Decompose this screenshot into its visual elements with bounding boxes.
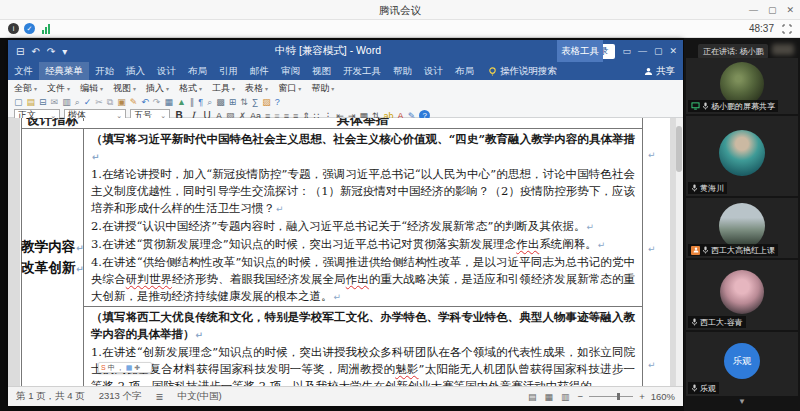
proofing-icon[interactable]: ≣	[155, 391, 163, 402]
web-layout-icon[interactable]: ▥	[559, 392, 572, 402]
restore-icon[interactable]: ▢	[654, 46, 663, 56]
columns-icon[interactable]: ∥	[190, 96, 195, 108]
undo-icon[interactable]: ↶	[141, 96, 149, 108]
tab-文件[interactable]: 文件	[47, 82, 70, 95]
tab-工具[interactable]: 工具	[212, 82, 235, 95]
ribbon-display-options-icon[interactable]: ▭	[622, 46, 631, 56]
minimize-icon[interactable]: —	[638, 46, 647, 56]
redo-icon[interactable]: ↷	[153, 96, 161, 108]
meeting-protection-icon[interactable]: ✓	[24, 23, 35, 34]
close-icon[interactable]: ✕	[669, 46, 677, 56]
zoom-slider[interactable]	[589, 396, 633, 397]
customize-quick-access-icon[interactable]: ▾	[62, 46, 67, 57]
punctuation-icon[interactable]: ，	[117, 363, 124, 372]
tab-插入[interactable]: 插入	[146, 82, 169, 95]
language-indicator[interactable]: 中文(中国)	[177, 390, 221, 403]
table-borders-icon[interactable]: ▩	[216, 96, 225, 108]
tab-开始[interactable]: 开始	[89, 62, 120, 80]
tab-布局[interactable]: 布局	[449, 62, 480, 80]
tell-me-search[interactable]: 操作说明搜索	[488, 65, 557, 78]
tab-全部[interactable]: 全部	[14, 82, 37, 95]
minimize-icon[interactable]: —	[749, 5, 758, 15]
print-layout-icon[interactable]: ▦	[543, 392, 556, 402]
row-end-mark: ↵	[648, 150, 656, 160]
tab-设计[interactable]: 设计	[151, 62, 182, 80]
tab-视图[interactable]: 视图	[113, 82, 136, 95]
page-indicator[interactable]: 第 1 页，共 4 页	[16, 390, 85, 403]
print-preview-icon[interactable]: ⌕	[75, 96, 80, 108]
keyboard-icon[interactable]: ▦	[126, 363, 133, 372]
tab-经典菜单[interactable]: 经典菜单	[39, 62, 89, 80]
participant-tile[interactable]: 杨小鹏的屏幕共享	[686, 58, 798, 114]
table-tools-tabs: 设计布局	[418, 62, 480, 80]
tab-布局[interactable]: 布局	[182, 62, 213, 80]
print-icon[interactable]: ▥	[62, 96, 71, 108]
save-icon[interactable]: ⊟	[39, 96, 47, 108]
vertical-scrollbar[interactable]	[675, 118, 683, 386]
new-document-icon[interactable]: ▢	[14, 96, 23, 108]
tab-视图[interactable]: 视图	[306, 62, 337, 80]
tab-窗口[interactable]: 窗口	[278, 82, 301, 95]
participant-tile[interactable]: 乐观 乐观	[686, 332, 798, 396]
tab-表格[interactable]: 表格	[245, 82, 268, 95]
tab-审阅[interactable]: 审阅	[275, 62, 306, 80]
maximize-icon[interactable]: ▢	[768, 5, 777, 15]
lightbulb-icon	[488, 67, 497, 76]
participant-tile[interactable]: 西工大-容青	[686, 260, 798, 330]
format-painter-icon[interactable]: ✎	[130, 96, 138, 108]
spelling-icon[interactable]: ✓	[84, 96, 92, 108]
zoom-out-button[interactable]: −	[578, 391, 584, 402]
participant-tile[interactable]: 西工大高艳红上课	[686, 198, 798, 258]
email-icon[interactable]: ✉	[51, 96, 59, 108]
tab-文件[interactable]: 文件	[8, 62, 39, 80]
input-method-logo-icon[interactable]: S	[101, 363, 106, 372]
document-area[interactable]: 设计指标 具体举措 教学内容↵改革创新↵ （填写将习近平新时代中国特色社会主义思…	[8, 118, 683, 386]
help-icon[interactable]: ?	[275, 96, 280, 108]
open-icon[interactable]: ▤	[27, 96, 36, 108]
tab-开发工具[interactable]: 开发工具	[337, 62, 387, 80]
zoom-level[interactable]: 160%	[651, 391, 675, 402]
zoom-in-button[interactable]: +	[639, 391, 645, 402]
copy-icon[interactable]: ⧉	[107, 96, 113, 108]
participant-tile[interactable]: 黄海川	[686, 116, 798, 196]
tab-设计[interactable]: 设计	[418, 62, 449, 80]
save-icon[interactable]: ⊟	[16, 46, 24, 57]
insert-cells-icon[interactable]: ⊞	[229, 96, 237, 108]
chinese-mode-icon[interactable]: 中	[108, 363, 115, 372]
tab-编辑[interactable]: 编辑	[80, 82, 103, 95]
undo-icon[interactable]: ↶	[31, 46, 39, 57]
mic-icon	[702, 246, 709, 254]
participant-name: 杨小鹏的屏幕共享	[711, 101, 775, 112]
sort-icon[interactable]: ⇅	[240, 96, 248, 108]
word-status-bar: 第 1 页，共 4 页 2313 个字 ≣ 中文(中国) ▤▦▥ − + 160…	[8, 386, 683, 406]
shading-icon[interactable]: ▨	[262, 96, 271, 108]
participant-name: 西工大高艳红上课	[711, 245, 775, 256]
host-badge-icon	[691, 246, 700, 255]
collapse-chevron-icon[interactable]: ▼	[684, 397, 800, 406]
scrollbar-thumb[interactable]	[676, 126, 682, 172]
close-icon[interactable]: ✕	[786, 5, 794, 15]
redo-icon[interactable]: ↷	[47, 46, 55, 57]
tab-帮助[interactable]: 帮助	[311, 82, 334, 95]
word-count[interactable]: 2313 个字	[99, 390, 142, 403]
read-mode-icon[interactable]: ▤	[526, 392, 539, 402]
tab-邮件[interactable]: 邮件	[244, 62, 275, 80]
zoom-icon[interactable]: ⌕	[207, 96, 212, 108]
tab-插入[interactable]: 插入	[120, 62, 151, 80]
os-titlebar: 腾讯会议 —▢✕	[0, 0, 800, 20]
tab-帮助[interactable]: 帮助	[387, 62, 418, 80]
document-table: 设计指标 具体举措 教学内容↵改革创新↵ （填写将习近平新时代中国特色社会主义思…	[21, 118, 643, 386]
toolbox-icon[interactable]: ✚	[134, 363, 140, 372]
cut-icon[interactable]: ✂	[95, 96, 103, 108]
zoom-slider-thumb[interactable]	[617, 393, 620, 400]
tab-引用[interactable]: 引用	[213, 62, 244, 80]
tab-格式[interactable]: 格式	[179, 82, 202, 95]
paste-icon[interactable]: ▣	[117, 96, 126, 108]
meeting-info-icon[interactable]: i	[8, 23, 19, 34]
formula-icon[interactable]: ∑	[252, 96, 258, 108]
fullscreen-icon[interactable]	[782, 24, 792, 34]
insert-table-icon[interactable]: ▦	[164, 96, 173, 108]
insert-chart-icon[interactable]: ▲	[177, 96, 186, 108]
show-formatting-marks-icon[interactable]: ¶	[198, 96, 203, 108]
share-button[interactable]: 共享	[644, 65, 675, 78]
